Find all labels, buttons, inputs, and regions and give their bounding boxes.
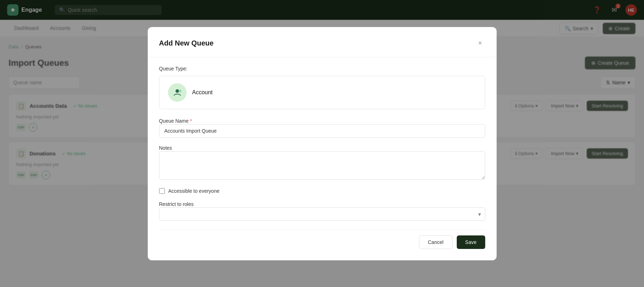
svg-rect-1 [178, 90, 181, 92]
modal-overlay: Add New Queue × Queue Type: Account Queu… [0, 0, 644, 197]
modal-close-button[interactable]: × [475, 38, 485, 48]
accessible-label[interactable]: Accessible to everyone [168, 188, 220, 194]
add-new-queue-modal: Add New Queue × Queue Type: Account Queu… [148, 27, 497, 197]
queue-type-card[interactable]: Account [159, 76, 485, 109]
queue-name-label: Queue Name * [159, 118, 192, 124]
required-indicator: * [190, 118, 192, 124]
notes-label: Notes [159, 145, 172, 151]
queue-name-input[interactable] [159, 124, 485, 138]
modal-title: Add New Queue [159, 39, 214, 47]
accessible-checkbox-row: Accessible to everyone [159, 188, 485, 194]
notes-textarea[interactable] [159, 151, 485, 180]
queue-type-icon [168, 83, 187, 102]
modal-header: Add New Queue × [159, 38, 485, 48]
accessible-checkbox[interactable] [159, 188, 165, 194]
queue-type-label: Queue Type: [159, 66, 485, 71]
queue-type-name: Account [192, 89, 213, 96]
modal-divider [148, 57, 497, 57]
